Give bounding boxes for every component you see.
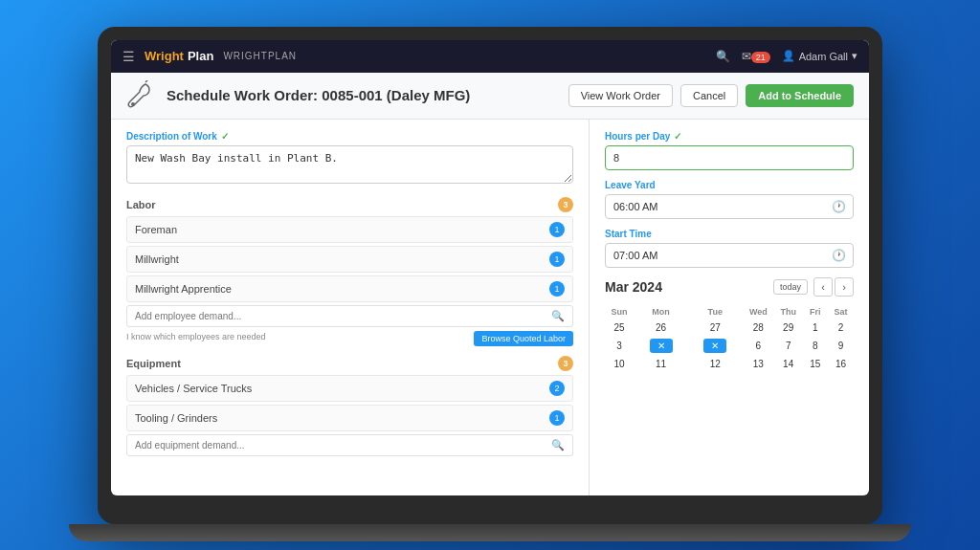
left-panel: Description of Work ✓ New Wash Bay insta… — [111, 120, 590, 495]
cancel-button[interactable]: Cancel — [680, 84, 738, 107]
info-text: I know which employees are needed — [126, 332, 266, 341]
vehicles-badge: 2 — [549, 381, 565, 396]
hours-input-wrap — [605, 145, 854, 170]
labor-badge: 3 — [558, 197, 573, 212]
calendar-day[interactable]: 2 — [828, 319, 854, 336]
calendar-header: Mar 2024 today ‹ › — [605, 277, 854, 297]
search-icon[interactable]: 🔍 — [716, 50, 730, 63]
svg-point-0 — [131, 102, 135, 106]
leave-yard-field: Leave Yard 🕐 — [605, 180, 854, 219]
hours-check-icon: ✓ — [674, 131, 681, 142]
dow-wed: Wed — [743, 304, 774, 319]
description-check-icon: ✓ — [221, 131, 229, 142]
wrench-icon — [126, 80, 157, 111]
calendar-deselect-button[interactable]: ✕ — [650, 339, 673, 353]
today-button[interactable]: today — [773, 279, 808, 295]
brand-plan: Plan — [188, 49, 213, 63]
navbar: ☰ Wright Plan WRIGHTPLAN 🔍 ✉ 21 👤 Adam G… — [111, 40, 869, 73]
calendar-day[interactable]: 7 — [774, 336, 802, 356]
calendar-day[interactable]: 10 — [605, 356, 634, 372]
millwright-apprentice-badge: 1 — [549, 281, 565, 297]
calendar-day[interactable]: 16 — [828, 356, 854, 372]
page-header: Schedule Work Order: 0085-001 (Daley MFG… — [111, 73, 869, 120]
calendar-day[interactable]: 26 — [634, 319, 688, 336]
dow-tue: Tue — [688, 304, 743, 319]
add-to-schedule-button[interactable]: Add to Schedule — [746, 84, 854, 107]
dow-sat: Sat — [828, 304, 854, 319]
calendar-day[interactable]: 1 — [802, 319, 828, 336]
calendar-day[interactable]: 14 — [774, 356, 802, 372]
calendar-day[interactable]: 28 — [743, 319, 774, 336]
tooling-badge: 1 — [549, 410, 565, 426]
employee-search-icon[interactable]: 🔍 — [551, 310, 565, 322]
labor-section-title: Labor — [126, 199, 156, 210]
leave-yard-clock-icon: 🕐 — [832, 200, 846, 213]
browse-quoted-labor-button[interactable]: Browse Quoted Labor — [474, 331, 573, 346]
start-time-input-wrap: 🕐 — [605, 243, 854, 268]
laptop-screen: ☰ Wright Plan WRIGHTPLAN 🔍 ✉ 21 👤 Adam G… — [111, 40, 869, 495]
calendar-day[interactable]: 11 — [634, 356, 688, 372]
hours-input[interactable] — [605, 145, 854, 170]
header-buttons: View Work Order Cancel Add to Schedule — [568, 84, 854, 107]
hamburger-icon[interactable]: ☰ — [122, 49, 135, 64]
labor-row-foreman: Foreman 1 — [126, 216, 573, 243]
description-input[interactable]: New Wash Bay install in Plant B. — [126, 145, 573, 184]
leave-yard-input[interactable] — [605, 194, 854, 219]
add-employee-row[interactable]: 🔍 — [126, 305, 573, 327]
calendar-day[interactable]: 9 — [828, 336, 854, 356]
laptop-frame: ☰ Wright Plan WRIGHTPLAN 🔍 ✉ 21 👤 Adam G… — [98, 27, 882, 524]
start-time-input[interactable] — [605, 243, 854, 268]
calendar-day[interactable]: 8 — [802, 336, 828, 356]
labor-section-header: Labor 3 — [126, 197, 573, 212]
calendar-prev-button[interactable]: ‹ — [813, 277, 833, 297]
svg-line-1 — [145, 80, 147, 82]
dow-thu: Thu — [774, 304, 802, 319]
add-employee-input[interactable] — [135, 311, 551, 321]
dow-fri: Fri — [802, 304, 828, 319]
notification-badge: 21 — [751, 52, 770, 63]
calendar-day[interactable]: 25 — [605, 319, 634, 336]
notification-icon[interactable]: ✉ 21 — [742, 50, 769, 63]
calendar-day[interactable]: 27 — [688, 319, 743, 336]
calendar-day[interactable]: ✕ — [688, 336, 743, 356]
labor-row-millwright: Millwright 1 — [126, 246, 573, 273]
calendar-day[interactable]: ✕ — [634, 336, 688, 356]
user-menu[interactable]: 👤 Adam Gall ▾ — [782, 50, 858, 62]
equipment-section-title: Equipment — [126, 358, 181, 369]
equipment-search-icon[interactable]: 🔍 — [551, 439, 565, 451]
labor-row-millwright-apprentice: Millwright Apprentice 1 — [126, 275, 573, 302]
hours-per-day-field: Hours per Day ✓ — [605, 131, 854, 170]
brand: Wright Plan WRIGHTPLAN — [145, 49, 297, 63]
calendar-next-button[interactable]: › — [835, 277, 854, 297]
equipment-row-vehicles: Vehicles / Service Trucks 2 — [126, 375, 573, 402]
page-title: Schedule Work Order: 0085-001 (Daley MFG… — [167, 87, 568, 103]
dow-sun: Sun — [605, 304, 634, 319]
start-time-label: Start Time — [605, 229, 854, 239]
calendar-day[interactable]: 29 — [774, 319, 802, 336]
leave-yard-input-wrap: 🕐 — [605, 194, 854, 219]
calendar-nav: ‹ › — [813, 277, 854, 297]
calendar-deselect-button[interactable]: ✕ — [703, 339, 726, 353]
calendar-month-year: Mar 2024 — [605, 279, 773, 295]
description-label: Description of Work ✓ — [126, 131, 573, 142]
millwright-badge: 1 — [549, 252, 565, 267]
add-equipment-row[interactable]: 🔍 — [126, 434, 573, 456]
calendar-day[interactable]: 3 — [605, 336, 634, 356]
right-panel: Hours per Day ✓ Leave Yard 🕐 — [590, 120, 869, 495]
brand-subtitle: WRIGHTPLAN — [223, 51, 297, 61]
view-work-order-button[interactable]: View Work Order — [568, 84, 673, 107]
add-equipment-input[interactable] — [135, 440, 551, 451]
navbar-icons: 🔍 ✉ 21 👤 Adam Gall ▾ — [716, 50, 858, 63]
calendar-day[interactable]: 15 — [802, 356, 828, 372]
description-field: Description of Work ✓ New Wash Bay insta… — [126, 131, 573, 187]
foreman-badge: 1 — [549, 222, 565, 237]
calendar-day[interactable]: 13 — [743, 356, 774, 372]
calendar-day[interactable]: 6 — [743, 336, 774, 356]
dow-mon: Mon — [634, 304, 688, 319]
start-time-field: Start Time 🕐 — [605, 229, 854, 268]
calendar-day[interactable]: 12 — [688, 356, 743, 372]
leave-yard-label: Leave Yard — [605, 180, 854, 190]
hours-label: Hours per Day ✓ — [605, 131, 854, 142]
brand-wright: Wright — [145, 49, 184, 63]
equipment-row-tooling: Tooling / Grinders 1 — [126, 405, 573, 431]
